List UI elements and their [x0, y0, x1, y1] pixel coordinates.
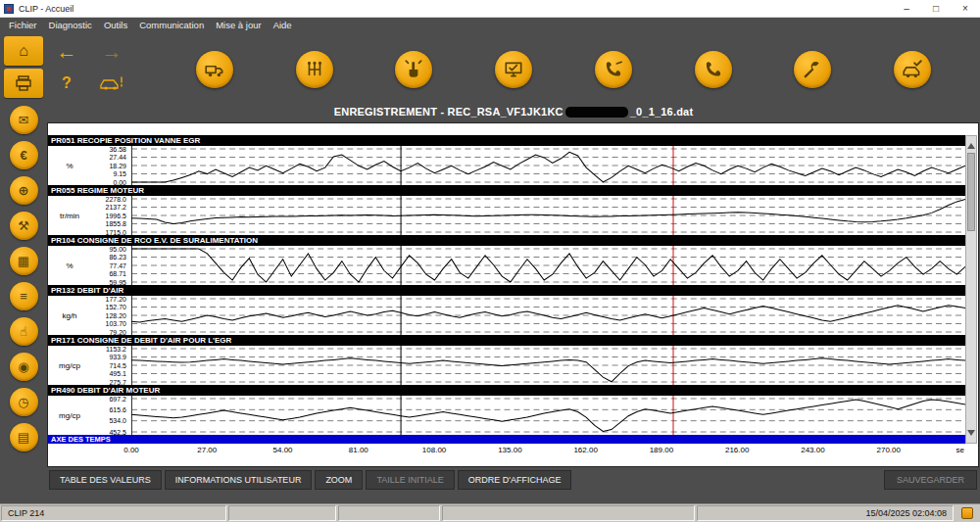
- tray-orange-icon: [961, 507, 973, 519]
- phone-wrench-icon: [603, 59, 624, 80]
- chart-panel: PR051 RECOPIE POSITION VANNE EGR%36.5827…: [47, 122, 979, 467]
- y-tick-label: 495.1: [77, 370, 126, 377]
- y-tick-label: 714.5: [77, 362, 126, 369]
- chart-body-PR104: %95.0086.2377.4768.7159.95: [48, 246, 965, 285]
- payment-button[interactable]: €: [10, 141, 38, 169]
- vehicle-check-button[interactable]: [894, 51, 931, 88]
- chart-PR104: PR104 CONSIGNE DE RCO E.V. DE SURALIMENT…: [48, 235, 978, 285]
- tray-icon[interactable]: [955, 504, 980, 522]
- status-cell-empty-3: [442, 505, 695, 521]
- status-clip-version: CLIP 214: [1, 505, 226, 521]
- tools-button[interactable]: ⚒: [10, 212, 38, 240]
- x-axis-unit: se: [956, 446, 964, 454]
- gearbox-button[interactable]: [296, 51, 333, 88]
- calculator-icon: ▦: [18, 255, 29, 267]
- chart-plot-PR051[interactable]: [131, 146, 965, 185]
- repair-button[interactable]: [794, 51, 831, 88]
- main-area: ENREGISTREMENT - REC_RSA_VF1JK1KC_0_1_16…: [47, 101, 980, 503]
- scroll-up-icon[interactable]: [967, 139, 975, 149]
- chart-plot-PR104[interactable]: [131, 246, 965, 285]
- menu-communication[interactable]: Communication: [133, 20, 210, 30]
- van-icon: [204, 59, 225, 80]
- charts-container: PR051 RECOPIE POSITION VANNE EGR%36.5827…: [48, 135, 978, 435]
- record-title-suffix: _0_1_16.dat: [630, 106, 694, 118]
- globe-icon: ⊕: [19, 184, 29, 197]
- disc-icon: ◉: [18, 360, 28, 373]
- chart-title-PR490: PR490 DEBIT D'AIR MOTEUR: [48, 385, 965, 396]
- x-tick-label: 54.00: [273, 446, 293, 454]
- chart-title-PR132: PR132 DEBIT D'AIR: [48, 285, 965, 296]
- y-tick-label: 275.7: [77, 379, 126, 386]
- messages-button[interactable]: ✉: [10, 106, 38, 134]
- chart-plot-PR132[interactable]: [131, 296, 965, 335]
- y-tick-label: 177.20: [77, 296, 126, 303]
- menu-fichier[interactable]: Fichier: [3, 20, 43, 30]
- document-button[interactable]: ▤: [10, 423, 38, 451]
- calculator-button[interactable]: ▦: [10, 247, 38, 275]
- x-tick-label: 135.00: [498, 446, 521, 454]
- scroll-down-icon[interactable]: [967, 430, 975, 440]
- initial-size-button[interactable]: TAILLE INITIALE: [366, 470, 454, 490]
- scrollbar-thumb[interactable]: [967, 153, 975, 231]
- manual-selection-button[interactable]: [395, 51, 432, 88]
- y-tick-label: 0.00: [77, 179, 126, 186]
- contact-button[interactable]: [695, 51, 732, 88]
- print-button[interactable]: [4, 69, 43, 98]
- gearbox-icon: [304, 59, 325, 80]
- forward-button[interactable]: →: [90, 36, 133, 66]
- y-tick-label: 1153.2: [77, 346, 126, 353]
- save-button[interactable]: SAUVEGARDER: [884, 470, 977, 490]
- status-cell-empty-2: [338, 505, 440, 521]
- wrench-icon: [802, 59, 823, 80]
- y-tick-label: 697.2: [77, 396, 126, 403]
- toolbar-main-group: [196, 51, 931, 88]
- envelope-icon: ✉: [19, 114, 29, 126]
- y-tick-label: 103.70: [77, 320, 126, 327]
- zoom-button[interactable]: ZOOM: [315, 470, 363, 490]
- y-tick-label: 2278.0: [77, 196, 126, 203]
- chart-plot-PR171[interactable]: [131, 346, 965, 385]
- chart-plot-PR055[interactable]: [131, 196, 965, 235]
- display-order-button[interactable]: ORDRE D'AFFICHAGE: [458, 470, 572, 490]
- x-tick-label: 108.00: [422, 446, 446, 454]
- table-values-button[interactable]: TABLE DES VALEURS: [49, 470, 162, 490]
- hand-click-icon: [403, 59, 424, 80]
- hand-button[interactable]: ☝: [10, 317, 38, 346]
- user-info-button[interactable]: INFORMATIONS UTILISATEUR: [165, 470, 313, 490]
- menu-diagnostic[interactable]: Diagnostic: [43, 20, 98, 30]
- footer-buttons: TABLE DES VALEURSINFORMATIONS UTILISATEU…: [49, 470, 571, 490]
- token-button[interactable]: ◉: [10, 353, 38, 381]
- vehicle-test-button[interactable]: [196, 51, 233, 88]
- menu-outils[interactable]: Outils: [98, 20, 133, 30]
- screen-test-button[interactable]: [495, 51, 532, 88]
- y-tick-label: 1715.0: [77, 229, 126, 236]
- maximize-button[interactable]: □: [921, 0, 951, 17]
- x-tick-label: 189.00: [650, 446, 673, 454]
- vehicle-alert-button[interactable]: [90, 69, 133, 98]
- chart-plot-PR490[interactable]: [131, 396, 965, 435]
- minimize-button[interactable]: –: [892, 0, 921, 17]
- x-axis-labels: se 0.0027.0054.0081.00108.00135.00162.00…: [48, 444, 978, 456]
- y-tick-label: 152.70: [77, 304, 126, 310]
- chart-body-PR171: mg/cp1153.2933.9714.5495.1275.7: [48, 346, 965, 385]
- list-button[interactable]: ≡: [10, 282, 38, 310]
- y-tick-label: 933.9: [77, 354, 126, 360]
- arrow-left-icon: ←: [57, 41, 77, 62]
- y-tick-label: 534.0: [77, 417, 126, 424]
- menu-aide[interactable]: Aide: [268, 20, 298, 30]
- network-button[interactable]: ⊕: [10, 176, 38, 205]
- y-tick-label: 77.47: [77, 262, 126, 269]
- status-cell-empty-1: [228, 505, 336, 521]
- home-button[interactable]: ⌂: [4, 36, 43, 66]
- y-tick-label: 95.00: [77, 246, 126, 253]
- gauge-button[interactable]: ◷: [10, 388, 38, 416]
- close-button[interactable]: ×: [951, 0, 980, 17]
- back-button[interactable]: ←: [45, 36, 88, 66]
- x-tick-label: 243.00: [801, 446, 824, 454]
- vehicle-alert-icon: [99, 75, 124, 91]
- vertical-scrollbar[interactable]: [965, 135, 977, 444]
- phone-support-button[interactable]: [595, 51, 632, 88]
- chart-PR490: PR490 DEBIT D'AIR MOTEURmg/cp697.2615.65…: [48, 385, 978, 435]
- menu-mise-jour[interactable]: Mise à jour: [210, 20, 267, 30]
- help-button[interactable]: ?: [45, 69, 88, 98]
